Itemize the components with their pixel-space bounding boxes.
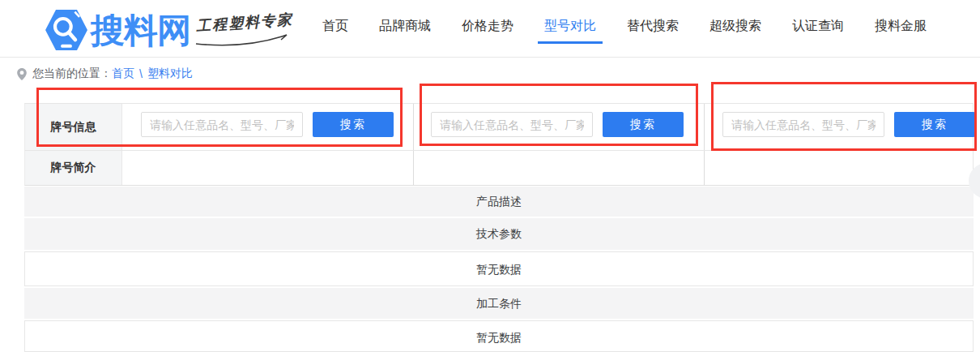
summary-cell-2 xyxy=(414,151,704,185)
search-group-3: 搜索 xyxy=(722,112,975,137)
compare-row-grade-info: 牌号信息 搜索 搜索 搜索 xyxy=(24,103,974,151)
tagline-underline-stroke xyxy=(194,34,290,47)
row-label-grade-info: 牌号信息 xyxy=(25,104,122,150)
location-pin-icon xyxy=(16,67,28,81)
nav-item-price-trend[interactable]: 价格走势 xyxy=(462,18,513,35)
search-button-3[interactable]: 搜索 xyxy=(894,112,975,137)
section-row-no-data-1: 暂无数据 xyxy=(24,251,974,286)
nav-item-cert-check[interactable]: 认证查询 xyxy=(792,18,844,35)
breadcrumb-prefix: 您当前的位置： xyxy=(32,67,112,81)
search-button-1[interactable]: 搜索 xyxy=(313,112,394,137)
main-nav: 首页 品牌商城 价格走势 型号对比 替代搜索 超级搜索 认证查询 搜料金服 xyxy=(322,0,927,52)
nav-item-model-compare[interactable]: 型号对比 xyxy=(544,18,596,35)
top-nav-bar: 搜料网 工程塑料专家 首页 品牌商城 价格走势 型号对比 替代搜索 超级搜索 认… xyxy=(0,0,980,58)
brand-tagline: 工程塑料专家 xyxy=(195,10,293,36)
search-button-2[interactable]: 搜索 xyxy=(603,112,684,137)
logo[interactable]: 搜料网 工程塑料专家 xyxy=(45,6,305,54)
search-group-2: 搜索 xyxy=(431,112,684,137)
search-input-3[interactable] xyxy=(722,112,884,137)
row-label-grade-summary: 牌号简介 xyxy=(25,151,122,185)
search-group-1: 搜索 xyxy=(141,112,394,137)
summary-cell-1 xyxy=(123,151,413,185)
table-column-divider xyxy=(413,104,414,150)
breadcrumb-separator: \ xyxy=(139,67,143,80)
section-row-product-description: 产品描述 xyxy=(24,187,974,217)
breadcrumb-link-home[interactable]: 首页 xyxy=(112,67,134,81)
nav-item-super-search[interactable]: 超级搜索 xyxy=(709,18,761,35)
breadcrumb-link-current[interactable]: 塑料对比 xyxy=(147,67,193,81)
table-column-divider xyxy=(704,104,705,150)
summary-cell-3 xyxy=(705,151,974,185)
section-row-processing-conditions: 加工条件 xyxy=(24,288,974,319)
nav-item-substitute-search[interactable]: 替代搜索 xyxy=(627,18,679,35)
nav-item-brand-mall[interactable]: 品牌商城 xyxy=(379,18,431,35)
section-row-no-data-2: 暂无数据 xyxy=(24,320,974,352)
logo-hexagon-search-icon xyxy=(45,8,87,52)
search-input-1[interactable] xyxy=(141,112,303,137)
compare-row-grade-summary: 牌号简介 xyxy=(24,151,974,186)
search-input-2[interactable] xyxy=(431,112,593,137)
page: 搜料网 工程塑料专家 首页 品牌商城 价格走势 型号对比 替代搜索 超级搜索 认… xyxy=(0,0,980,352)
brand-name: 搜料网 xyxy=(91,8,190,54)
nav-item-home[interactable]: 首页 xyxy=(322,18,348,35)
nav-item-finance[interactable]: 搜料金服 xyxy=(875,18,927,35)
section-row-technical-parameters: 技术参数 xyxy=(24,218,974,250)
breadcrumb: 您当前的位置： 首页 \ 塑料对比 xyxy=(16,66,193,82)
